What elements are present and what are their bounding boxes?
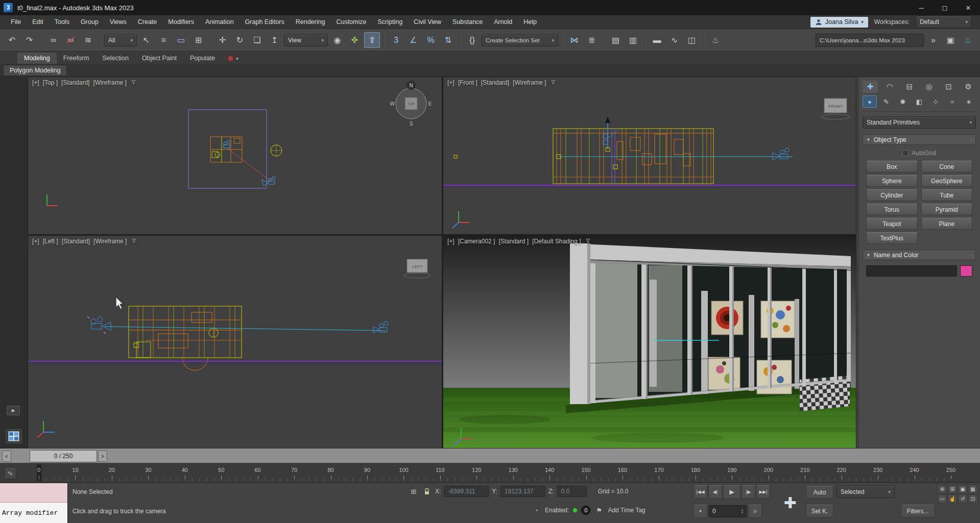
- adaptive-degradation-icon[interactable]: ◔: [531, 505, 541, 515]
- frame-spinner[interactable]: ▴▾: [742, 509, 743, 514]
- user-account-dropdown[interactable]: Joana Silva ▾: [810, 17, 868, 28]
- modify-tab-icon[interactable]: ◠: [882, 81, 897, 93]
- time-configuration-icon[interactable]: ◷: [748, 505, 762, 518]
- ribbon-tab-object-paint[interactable]: Object Paint: [135, 53, 183, 64]
- orbit-icon[interactable]: ↺: [958, 494, 967, 503]
- viewport-shading-menu[interactable]: [Wireframe ]: [93, 79, 126, 86]
- geometry-category-icon[interactable]: ●: [863, 95, 877, 108]
- zoom-region-icon[interactable]: ▭: [938, 494, 947, 503]
- maxscript-mini-listener[interactable]: Array modifier: [0, 483, 68, 523]
- rendered-frame-window-icon[interactable]: ▣: [943, 32, 959, 48]
- use-pivot-point-center-icon[interactable]: ◉: [329, 32, 345, 48]
- object-type-button[interactable]: Box: [866, 161, 918, 172]
- time-slider[interactable]: < 0 / 250 >: [0, 448, 980, 463]
- viewport-pov-menu[interactable]: [Left ]: [43, 238, 58, 245]
- cameras-category-icon[interactable]: ◧: [912, 95, 926, 108]
- utilities-tab-icon[interactable]: ⚙: [961, 81, 976, 93]
- select-and-rotate-icon[interactable]: ↻: [232, 32, 248, 48]
- mini-curve-editor-button[interactable]: ∿: [4, 467, 16, 479]
- systems-category-icon[interactable]: ∗: [962, 95, 976, 108]
- viewport-shading-menu[interactable]: [Wireframe ]: [93, 238, 127, 245]
- select-and-manipulate-icon[interactable]: ✜: [347, 32, 363, 48]
- viewport-layout-flyout-button[interactable]: ▶: [7, 406, 20, 415]
- key-mode-toggle-icon[interactable]: ✦: [694, 505, 707, 518]
- select-and-move-icon[interactable]: ✛: [214, 32, 230, 48]
- viewport-shading-menu[interactable]: [Default Shading ]: [532, 238, 581, 245]
- toolbar-overflow-icon[interactable]: »: [925, 32, 941, 48]
- helpers-category-icon[interactable]: ⊹: [928, 95, 943, 108]
- object-type-button[interactable]: Pyramid: [921, 204, 973, 215]
- object-type-button[interactable]: Sphere: [866, 175, 918, 187]
- play-button[interactable]: ▶: [723, 485, 740, 499]
- polygon-modeling-panel-button[interactable]: Polygon Modeling: [3, 65, 67, 76]
- viewport-front[interactable]: FRONT [+] [Front ] [Standard] [Wireframe…: [443, 77, 856, 234]
- listener-pane[interactable]: Array modifier: [0, 503, 67, 523]
- x-coordinate-field[interactable]: -8389.311: [444, 486, 489, 497]
- go-to-end-button[interactable]: ▶▶|: [756, 485, 770, 499]
- select-and-scale-icon[interactable]: ❏: [249, 32, 265, 48]
- viewport-general-menu[interactable]: [+]: [447, 79, 455, 86]
- viewport-left[interactable]: LEFT [+] [Left ] [Standard] [Wireframe ]…: [28, 236, 442, 448]
- ribbon-tab-populate[interactable]: Populate: [183, 53, 222, 64]
- named-selection-sets-dropdown[interactable]: Create Selection Set ▾: [482, 34, 558, 46]
- menu-item[interactable]: Graph Editors: [240, 15, 290, 29]
- viewport-general-menu[interactable]: [+]: [32, 238, 39, 245]
- create-tab-icon[interactable]: ✚: [863, 81, 878, 93]
- set-keys-button[interactable]: ✚: [778, 490, 802, 515]
- unlink-selection-icon[interactable]: ∞: [63, 32, 79, 48]
- viewport-pov-menu[interactable]: [Top ]: [43, 79, 58, 86]
- display-tab-icon[interactable]: ⊡: [941, 81, 957, 93]
- zoom-extents-all-icon[interactable]: ▦: [968, 485, 977, 493]
- keyboard-shortcut-override-icon[interactable]: ⇧: [364, 32, 380, 48]
- menu-item[interactable]: Rendering: [290, 15, 331, 29]
- viewport-general-menu[interactable]: [+]: [447, 238, 455, 245]
- status-grid-icon[interactable]: ⊞: [409, 486, 419, 496]
- undo-icon[interactable]: ↶: [4, 32, 20, 48]
- toggle-ribbon-icon[interactable]: ▬: [649, 32, 665, 48]
- object-type-rollout-header[interactable]: ▼ Object Type ▫: [863, 134, 976, 145]
- menu-item[interactable]: Civil View: [408, 15, 447, 29]
- viewport-style-menu[interactable]: [Standard]: [61, 79, 89, 86]
- menu-item[interactable]: Edit: [27, 15, 49, 29]
- track-bar[interactable]: ∿ 01020304050607080901001101201301401501…: [0, 463, 980, 483]
- select-and-place-icon[interactable]: ↥: [267, 32, 282, 48]
- viewport-style-menu[interactable]: [Standard]: [481, 79, 509, 86]
- object-color-swatch[interactable]: [960, 265, 972, 277]
- macro-recorder-pane[interactable]: [0, 483, 67, 503]
- ribbon-tab-modeling[interactable]: Modeling: [17, 53, 57, 64]
- redo-icon[interactable]: ↷: [21, 32, 37, 48]
- viewcube-compass[interactable]: TOP N E S W: [390, 81, 432, 127]
- viewport-pov-menu[interactable]: [Camera002 ]: [458, 238, 495, 245]
- viewport-style-menu[interactable]: [Standard]: [62, 238, 90, 245]
- select-and-link-icon[interactable]: ∞: [45, 32, 61, 48]
- app-icon[interactable]: 3: [4, 3, 13, 12]
- menu-item[interactable]: Tools: [49, 15, 75, 29]
- curve-editor-icon[interactable]: ∿: [666, 32, 682, 48]
- go-to-start-button[interactable]: |◀◀: [694, 485, 707, 499]
- viewcube[interactable]: FRONT: [821, 98, 850, 119]
- minimize-button[interactable]: ─: [910, 0, 933, 15]
- shapes-category-icon[interactable]: ✎: [879, 95, 893, 108]
- hierarchy-tab-icon[interactable]: ⊟: [902, 81, 917, 93]
- menu-item[interactable]: Customize: [330, 15, 372, 29]
- pan-icon[interactable]: ☝: [948, 494, 957, 503]
- selection-filter-dropdown[interactable]: All ▾: [104, 34, 137, 46]
- motion-tab-icon[interactable]: ◎: [921, 81, 937, 93]
- align-icon[interactable]: ≣: [584, 32, 600, 48]
- select-by-name-icon[interactable]: ≡: [156, 32, 172, 48]
- edit-named-selection-sets-icon[interactable]: {}: [464, 32, 480, 48]
- menu-item[interactable]: Views: [104, 15, 132, 29]
- workspace-dropdown[interactable]: Default ▾: [916, 16, 972, 28]
- rectangular-selection-region-icon[interactable]: ▭: [173, 32, 189, 48]
- menu-item[interactable]: Animation: [200, 15, 240, 29]
- per-view-filter-icon[interactable]: ∇: [551, 79, 555, 86]
- per-view-filter-icon[interactable]: ∇: [132, 79, 135, 86]
- menu-item[interactable]: Arnold: [488, 15, 518, 29]
- name-color-rollout-header[interactable]: ▼ Name and Color ▫: [863, 250, 976, 260]
- object-type-button[interactable]: TextPlus: [866, 232, 918, 244]
- menu-item[interactable]: Modifiers: [162, 15, 200, 29]
- viewport-top[interactable]: TOP N E S W [+] [Top ] [Standard] [Wiref…: [28, 77, 442, 234]
- object-type-button[interactable]: GeoSphere: [921, 175, 973, 187]
- time-step-forward-button[interactable]: >: [98, 451, 107, 462]
- object-type-button[interactable]: Torus: [866, 204, 918, 215]
